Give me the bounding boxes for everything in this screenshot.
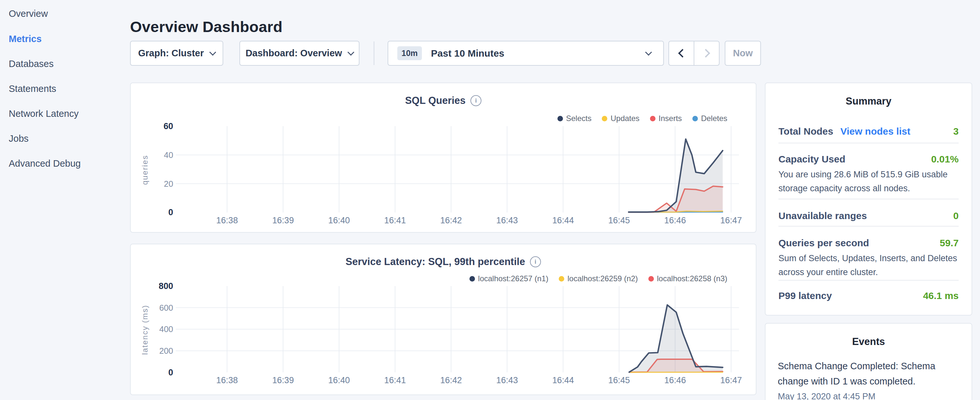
summary-label: Unavailable ranges [778,210,867,222]
summary-row-unavailable-ranges: Unavailable ranges 0 [778,199,959,226]
svg-text:16:39: 16:39 [272,375,294,385]
summary-value: 46.1 ms [923,290,959,301]
summary-value: 0.01% [931,154,959,165]
time-range-badge: 10m [397,46,422,60]
summary-label: Total Nodes [778,126,833,137]
svg-text:16:43: 16:43 [496,375,518,385]
events-panel: Events Schema Change Completed: Schema c… [765,323,972,400]
now-button-label: Now [733,48,752,59]
sidebar-item-jobs[interactable]: Jobs [9,132,29,145]
chevron-down-icon [645,49,652,55]
svg-text:40: 40 [164,150,173,159]
svg-text:0: 0 [168,368,173,377]
svg-text:16:41: 16:41 [384,375,406,385]
event-message: Schema Change Completed: Schema change w… [778,359,959,389]
summary-value: 3 [953,126,959,137]
chevron-left-icon [678,49,687,57]
svg-text:16:38: 16:38 [216,215,238,225]
summary-value: 0 [953,210,959,222]
service-latency-chart-card: Service Latency: SQL, 99th percentile lo… [130,244,756,395]
svg-text:16:42: 16:42 [440,375,462,385]
svg-text:16:44: 16:44 [552,375,574,385]
summary-label: Queries per second [778,237,869,249]
svg-text:16:42: 16:42 [440,215,462,225]
svg-text:16:40: 16:40 [328,215,350,225]
summary-heading: Summary [765,96,972,107]
svg-text:20: 20 [164,179,173,188]
svg-text:16:38: 16:38 [216,375,238,385]
summary-description: You are using 28.6 MiB of 515.9 GiB usab… [778,167,959,196]
sidebar-item-overview[interactable]: Overview [9,7,48,20]
sidebar-item-databases[interactable]: Databases [9,57,54,70]
summary-row-capacity-used: Capacity Used 0.01% You are using 28.6 M… [778,143,959,199]
view-nodes-list-link[interactable]: View nodes list [840,126,910,137]
chevron-down-icon [209,49,216,55]
page-title: Overview Dashboard [130,18,282,36]
svg-text:60: 60 [163,121,173,131]
sidebar-item-advanced-debug[interactable]: Advanced Debug [9,157,81,170]
now-button[interactable]: Now [725,41,761,66]
svg-text:16:46: 16:46 [664,375,686,385]
sidebar-item-statements[interactable]: Statements [9,82,56,95]
summary-description: Sum of Selects, Updates, Inserts, and De… [778,252,959,279]
chevron-down-icon [347,49,354,55]
events-heading: Events [765,336,972,347]
next-range-button[interactable] [694,41,719,65]
svg-text:16:47: 16:47 [720,215,742,225]
event-timestamp: May 13, 2020 at 4:45 PM [778,392,959,400]
prev-range-button[interactable] [669,41,694,65]
svg-text:16:40: 16:40 [328,375,350,385]
time-range-selector[interactable]: 10m Past 10 Minutes [388,41,664,66]
sidebar-nav: Overview Metrics Databases Statements Ne… [0,0,129,400]
svg-text:16:41: 16:41 [384,215,406,225]
svg-text:400: 400 [159,325,173,334]
summary-panel: Summary Total Nodes View nodes list 3 Ca… [765,83,972,316]
controls-divider [374,41,374,65]
summary-row-queries-per-second: Queries per second 59.7 Sum of Selects, … [778,226,959,280]
dashboard-dropdown[interactable]: Dashboard: Overview [239,41,360,66]
sidebar-item-metrics[interactable]: Metrics [9,32,42,45]
svg-text:16:39: 16:39 [272,215,294,225]
svg-text:800: 800 [159,281,173,291]
time-range-label: Past 10 Minutes [431,48,504,59]
event-item[interactable]: Schema Change Completed: Schema change w… [778,359,959,400]
svg-text:200: 200 [159,346,173,355]
svg-text:16:45: 16:45 [608,215,630,225]
summary-label: P99 latency [778,290,832,301]
time-pager [668,41,719,66]
svg-text:600: 600 [159,303,173,312]
svg-text:16:46: 16:46 [664,215,686,225]
service-latency-chart[interactable]: 16:3816:3916:4016:4116:4216:4316:4416:45… [131,244,756,395]
chevron-right-icon [702,49,710,57]
sql-queries-chart[interactable]: 16:3816:3916:4016:4116:4216:4316:4416:45… [131,83,756,232]
summary-row-p99-latency: P99 latency 46.1 ms [778,280,959,311]
svg-text:16:45: 16:45 [608,375,630,385]
summary-row-total-nodes: Total Nodes View nodes list 3 [778,107,959,143]
svg-text:16:43: 16:43 [496,215,518,225]
sql-queries-chart-card: SQL Queries SelectsUpdatesInsertsDeletes… [130,83,756,233]
graph-scope-label: Graph: Cluster [138,48,204,59]
overview-dashboard-page: Overview Metrics Databases Statements Ne… [0,0,980,400]
svg-text:16:47: 16:47 [720,375,742,385]
dashboard-label: Dashboard: Overview [245,48,342,59]
sidebar-item-network-latency[interactable]: Network Latency [9,107,79,120]
svg-text:16:44: 16:44 [552,215,574,225]
graph-scope-dropdown[interactable]: Graph: Cluster [130,41,223,66]
summary-label: Capacity Used [778,154,845,165]
svg-text:0: 0 [168,207,173,217]
summary-value: 59.7 [940,237,959,249]
